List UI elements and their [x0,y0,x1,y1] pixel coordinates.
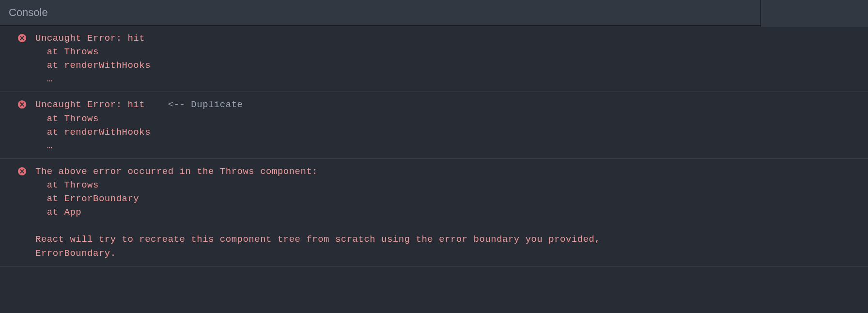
console-error-entry[interactable]: Uncaught Error: hit <-- Duplicate at Thr… [0,92,868,158]
console-header: Console [0,0,868,26]
error-message: The above error occurred in the Throws c… [35,165,600,260]
header-divider [760,0,868,27]
error-icon [17,100,27,109]
console-title: Console [9,6,48,18]
error-message: Uncaught Error: hit at Throws at renderW… [35,31,151,86]
console-error-entry[interactable]: The above error occurred in the Throws c… [0,159,868,266]
error-icon [17,167,27,176]
error-icon [17,33,27,43]
error-message: Uncaught Error: hit <-- Duplicate at Thr… [35,98,243,152]
console-error-entry[interactable]: Uncaught Error: hit at Throws at renderW… [0,26,868,92]
annotation-text: <-- Duplicate [168,99,243,110]
